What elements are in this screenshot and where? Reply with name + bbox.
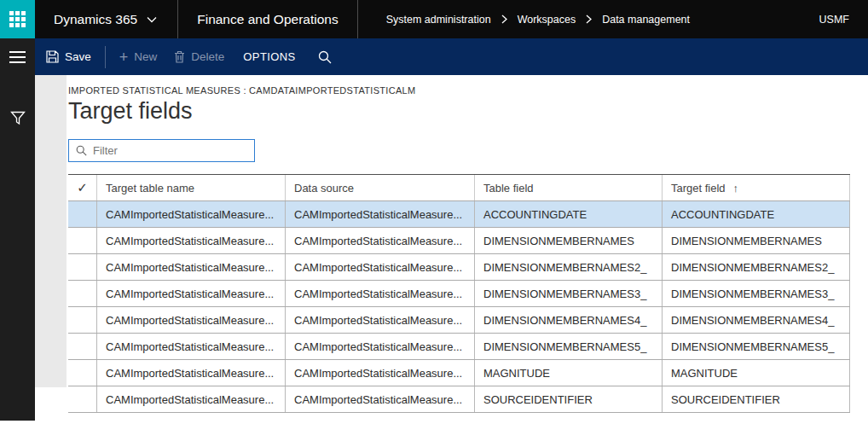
app-launcher-button[interactable]	[0, 0, 35, 38]
cell-table-field[interactable]: ACCOUNTINGDATE	[475, 201, 663, 227]
row-selector-cell[interactable]	[68, 334, 97, 359]
cell-target-field[interactable]: DIMENSIONMEMBERNAMES3_	[663, 281, 850, 306]
cell-data-source[interactable]: CAMImportedStatisticalMeasure...	[286, 334, 475, 359]
row-selector-cell[interactable]	[68, 281, 97, 306]
table-row[interactable]: CAMImportedStatisticalMeasure... CAMImpo…	[68, 307, 850, 334]
cell-target-table-name[interactable]: CAMImportedStatisticalMeasure...	[97, 307, 286, 333]
cell-table-field[interactable]: MAGNITUDE	[475, 360, 663, 386]
breadcrumb-item-workspaces[interactable]: Workspaces	[518, 14, 576, 26]
cell-target-table-name[interactable]: CAMImportedStatisticalMeasure...	[97, 228, 286, 253]
save-button[interactable]: Save	[46, 50, 91, 63]
search-icon	[76, 145, 87, 156]
trash-icon	[174, 50, 185, 63]
breadcrumb-item-system-administration[interactable]: System administration	[386, 14, 491, 26]
cell-data-source[interactable]: CAMImportedStatisticalMeasure...	[286, 201, 475, 227]
toolbar-search-button[interactable]	[318, 50, 332, 64]
plus-icon: +	[119, 49, 129, 65]
cell-target-field[interactable]: DIMENSIONMEMBERNAMES5_	[663, 334, 850, 359]
chevron-right-icon	[501, 15, 507, 24]
options-menu-button[interactable]: OPTIONS	[243, 50, 295, 63]
cell-target-field[interactable]: SOURCEIDENTIFIER	[663, 386, 850, 412]
product-name-link[interactable]: Finance and Operations	[178, 0, 356, 38]
row-selector-cell[interactable]	[68, 201, 97, 227]
cell-data-source[interactable]: CAMImportedStatisticalMeasure...	[286, 386, 475, 412]
column-header-target-table-name[interactable]: Target table name	[97, 175, 286, 200]
page-content: IMPORTED STATISTICAL MEASURES : CAMDATAI…	[67, 75, 868, 424]
row-selector-cell[interactable]	[68, 386, 97, 412]
row-selector-cell[interactable]	[68, 228, 97, 253]
company-picker[interactable]: USMF	[819, 0, 868, 38]
cell-table-field[interactable]: DIMENSIONMEMBERNAMES	[475, 228, 663, 253]
cell-data-source[interactable]: CAMImportedStatisticalMeasure...	[286, 307, 475, 333]
cell-data-source[interactable]: CAMImportedStatisticalMeasure...	[286, 228, 475, 253]
cell-target-table-name[interactable]: CAMImportedStatisticalMeasure...	[97, 334, 286, 359]
table-row[interactable]: CAMImportedStatisticalMeasure... CAMImpo…	[68, 386, 850, 413]
app-window: Dynamics 365 Finance and Operations Syst…	[0, 0, 868, 424]
company-label: USMF	[819, 14, 849, 26]
waffle-icon	[9, 11, 26, 27]
grid-header-row: ✓ Target table name Data source Table fi…	[68, 175, 850, 201]
cell-table-field[interactable]: SOURCEIDENTIFIER	[475, 386, 663, 412]
new-button[interactable]: + New	[119, 49, 158, 65]
toolbar-separator	[105, 46, 106, 68]
row-selector-cell[interactable]	[68, 307, 97, 333]
cell-target-field[interactable]: DIMENSIONMEMBERNAMES	[663, 228, 850, 253]
table-row[interactable]: CAMImportedStatisticalMeasure... CAMImpo…	[68, 254, 850, 281]
chevron-right-icon	[586, 15, 592, 24]
cell-target-table-name[interactable]: CAMImportedStatisticalMeasure...	[97, 281, 286, 306]
table-row[interactable]: CAMImportedStatisticalMeasure... CAMImpo…	[68, 201, 850, 228]
row-selector-cell[interactable]	[68, 360, 97, 386]
cell-table-field[interactable]: DIMENSIONMEMBERNAMES2_	[475, 254, 663, 280]
table-row[interactable]: CAMImportedStatisticalMeasure... CAMImpo…	[68, 360, 850, 386]
cell-table-field[interactable]: DIMENSIONMEMBERNAMES5_	[475, 334, 663, 359]
cell-target-table-name[interactable]: CAMImportedStatisticalMeasure...	[97, 386, 286, 412]
row-selector-cell[interactable]	[68, 254, 97, 280]
cell-target-table-name[interactable]: CAMImportedStatisticalMeasure...	[97, 254, 286, 280]
cell-table-field[interactable]: DIMENSIONMEMBERNAMES4_	[475, 307, 663, 333]
target-fields-grid: ✓ Target table name Data source Table fi…	[68, 174, 850, 413]
delete-label: Delete	[191, 50, 224, 63]
collapsed-nav-gutter	[35, 75, 67, 424]
column-header-table-field[interactable]: Table field	[475, 175, 663, 200]
table-body: CAMImportedStatisticalMeasure... CAMImpo…	[68, 201, 850, 413]
sort-ascending-icon: ↑	[733, 182, 739, 195]
column-header-data-source[interactable]: Data source	[286, 175, 475, 200]
cell-data-source[interactable]: CAMImportedStatisticalMeasure...	[286, 254, 475, 280]
funnel-icon	[10, 111, 26, 125]
check-icon: ✓	[77, 180, 88, 195]
filter-input[interactable]	[93, 144, 247, 157]
page-caption: IMPORTED STATISTICAL MEASURES : CAMDATAI…	[68, 85, 868, 96]
cell-data-source[interactable]: CAMImportedStatisticalMeasure...	[286, 281, 475, 306]
save-label: Save	[65, 50, 91, 63]
table-row[interactable]: CAMImportedStatisticalMeasure... CAMImpo…	[68, 281, 850, 307]
new-label: New	[134, 50, 157, 63]
table-row[interactable]: CAMImportedStatisticalMeasure... CAMImpo…	[68, 334, 850, 360]
chevron-down-icon	[147, 16, 157, 23]
grid-filter-box	[68, 139, 255, 162]
action-toolbar: Save + New Delete OPTIONS	[35, 38, 868, 75]
options-label: OPTIONS	[243, 50, 295, 63]
table-row[interactable]: CAMImportedStatisticalMeasure... CAMImpo…	[68, 228, 850, 254]
top-navigation-bar: Dynamics 365 Finance and Operations Syst…	[0, 0, 868, 38]
cell-data-source[interactable]: CAMImportedStatisticalMeasure...	[286, 360, 475, 386]
search-icon	[318, 50, 332, 64]
filter-pane-button[interactable]	[10, 111, 26, 125]
cell-target-field[interactable]: DIMENSIONMEMBERNAMES2_	[663, 254, 850, 280]
cell-target-table-name[interactable]: CAMImportedStatisticalMeasure...	[97, 201, 286, 227]
select-all-header[interactable]: ✓	[68, 175, 97, 200]
cell-target-table-name[interactable]: CAMImportedStatisticalMeasure...	[97, 360, 286, 386]
dynamics365-label: Dynamics 365	[54, 12, 137, 27]
page-title: Target fields	[68, 98, 868, 125]
cell-table-field[interactable]: DIMENSIONMEMBERNAMES3_	[475, 281, 663, 306]
cell-target-field[interactable]: ACCOUNTINGDATE	[663, 201, 850, 227]
dynamics365-menu[interactable]: Dynamics 365	[35, 0, 177, 38]
breadcrumb-item-data-management[interactable]: Data management	[602, 14, 690, 26]
cell-target-field[interactable]: MAGNITUDE	[663, 360, 850, 386]
hamburger-menu-button[interactable]	[9, 38, 26, 75]
column-header-target-field[interactable]: Target field ↑	[663, 175, 850, 200]
left-nav-rail	[0, 38, 35, 424]
save-icon	[46, 50, 59, 63]
cell-target-field[interactable]: DIMENSIONMEMBERNAMES4_	[663, 307, 850, 333]
product-name-label: Finance and Operations	[197, 12, 338, 27]
delete-button[interactable]: Delete	[174, 50, 224, 63]
